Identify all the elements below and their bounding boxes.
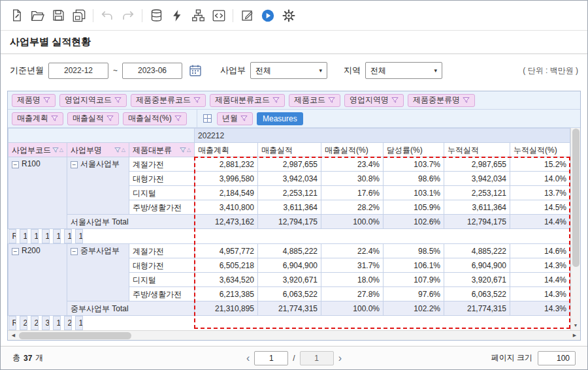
row-label-cell: R100 Total (8, 229, 16, 243)
value-cell: 18.0% (321, 273, 384, 287)
field-chip[interactable]: 제품중분류명 (408, 94, 475, 107)
vertical-scrollbar-thumb[interactable] (572, 129, 580, 267)
filter-icon (391, 97, 399, 104)
value-cell: 21,774,315 (31, 316, 39, 330)
code-icon[interactable] (208, 5, 229, 26)
collapse-icon[interactable]: − (12, 161, 19, 168)
field-chip[interactable]: 제품코드 (289, 94, 340, 107)
row-label-cell: 계절가전 (129, 157, 195, 172)
horizontal-scrollbar[interactable]: ◀ ▶ (8, 330, 580, 340)
page-size-control: 페이지 크기 (491, 351, 576, 365)
redo-icon[interactable] (118, 5, 139, 26)
filter-icon (463, 97, 470, 104)
prev-page-button[interactable]: ‹ (246, 353, 250, 363)
value-column-header[interactable]: 누적실적(%) (510, 143, 570, 157)
row-label-cell: 주방/생활가전 (129, 200, 195, 215)
collapse-icon[interactable]: − (71, 161, 78, 168)
field-chip[interactable]: 매출실적 (67, 112, 119, 125)
field-chip[interactable]: 영업지역코드 (59, 94, 127, 107)
value-cell: 102.6% (53, 229, 61, 243)
scroll-down-icon[interactable]: ▼ (574, 320, 578, 330)
field-chip[interactable]: 제품중분류코드 (131, 94, 206, 107)
value-cell: 6,904,900 (444, 258, 510, 273)
chevron-down-icon: ▾ (319, 67, 322, 74)
table-row: −R200−중부사업부계절가전4,957,7724,885,22222.4%98… (8, 244, 570, 258)
value-cell: 14.3% (510, 258, 570, 273)
save-all-icon[interactable] (69, 5, 90, 26)
period-row: 202212 (8, 129, 570, 143)
footer-bar: 총 37 개 ‹ / 1 › 페이지 크기 (1, 346, 587, 369)
undo-icon[interactable] (97, 5, 118, 26)
collapse-icon[interactable]: − (12, 248, 19, 255)
current-page-input[interactable] (254, 351, 288, 365)
next-page-button[interactable]: › (338, 353, 342, 363)
period-separator: ~ (113, 66, 118, 75)
value-cell: 103.1% (384, 186, 444, 200)
field-chip[interactable]: 영업지역명 (344, 94, 404, 107)
collapse-icon[interactable]: − (71, 248, 78, 255)
layout-grid-icon[interactable] (201, 113, 213, 125)
value-cell: 21,774,315 (64, 316, 72, 330)
save-icon[interactable] (48, 5, 69, 26)
value-cell: 12,794,175 (64, 229, 72, 243)
field-chip[interactable]: 제품명 (12, 94, 56, 107)
row-field-header[interactable]: △제품대분류 (129, 143, 195, 157)
value-column-header[interactable]: 누적실적 (444, 143, 510, 157)
table-row: −R100−서울사업부계절가전2,881,2322,987,65523.4%10… (8, 157, 570, 172)
total-prefix: 총 (12, 352, 20, 363)
pivot-table-body: −R100−서울사업부계절가전2,881,2322,987,65523.4%10… (8, 157, 570, 331)
scroll-right-icon[interactable]: ▶ (570, 333, 579, 338)
execute-icon[interactable] (167, 5, 188, 26)
value-cell: 105.9% (384, 200, 444, 215)
column-field-chip[interactable]: 년월 (217, 112, 253, 125)
value-cell: 12,794,175 (444, 215, 510, 229)
calendar-icon[interactable] (187, 62, 204, 79)
value-column-header[interactable]: 매출실적(%) (321, 143, 384, 157)
value-cell: 4,957,772 (195, 244, 258, 258)
field-chip-label: 매출실적(%) (128, 113, 172, 124)
division-select[interactable]: 전체 ▾ (250, 62, 327, 79)
scroll-left-icon[interactable]: ◀ (9, 333, 18, 338)
region-select[interactable]: 전체 ▾ (365, 62, 442, 79)
division-select-value: 전체 (255, 65, 271, 76)
filter-icon (193, 97, 201, 104)
measure-chips: 매출계획매출실적매출실적(%) (12, 110, 197, 127)
toolbar-separator (233, 9, 233, 22)
period-from-input[interactable] (48, 63, 108, 79)
settings-icon[interactable] (278, 5, 299, 26)
run-icon[interactable] (257, 5, 278, 26)
toolbar-separator (93, 9, 93, 22)
row-label-cell: 대형가전 (129, 258, 195, 273)
horizontal-scrollbar-thumb[interactable] (19, 332, 131, 339)
value-column-header[interactable]: 매출실적 (258, 143, 321, 157)
grid-body: 202212 △사업부코드△사업부명△제품대분류매출계획매출실적매출실적(%)달… (8, 128, 580, 330)
database-icon[interactable] (146, 5, 167, 26)
value-cell: 12,794,175 (31, 229, 39, 243)
page-size-input[interactable] (538, 351, 576, 365)
value-cell: 100.0% (321, 215, 384, 229)
edit-icon[interactable] (237, 5, 257, 26)
field-chip[interactable]: 매출실적(%) (123, 112, 187, 125)
page-size-label: 페이지 크기 (491, 352, 532, 363)
value-cell: 6,904,900 (258, 258, 321, 273)
vertical-scrollbar[interactable]: ▼ (570, 128, 580, 330)
row-field-header[interactable]: △사업부코드 (8, 143, 67, 157)
open-folder-icon[interactable] (27, 5, 48, 26)
new-document-icon[interactable] (6, 5, 27, 26)
value-cell: 14.3% (510, 301, 570, 316)
filter-icon (240, 115, 248, 122)
value-cell: 13.7% (510, 186, 570, 200)
sitemap-icon[interactable] (188, 5, 208, 26)
field-chip[interactable]: 제품대분류코드 (210, 94, 285, 107)
value-column-header[interactable]: 달성률(%) (384, 143, 444, 157)
app-window: 사업부별 실적현황 기준년월 ~ 사업부 전체 ▾ 지역 전체 ▾ ( 단위 :… (0, 0, 588, 370)
period-header-cell: 202212 (195, 129, 570, 143)
row-field-header[interactable]: △사업부명 (67, 143, 129, 157)
value-column-header[interactable]: 매출계획 (195, 143, 258, 157)
field-chip[interactable]: 매출계획 (12, 112, 63, 125)
header-row: △사업부코드△사업부명△제품대분류매출계획매출실적매출실적(%)달성률(%)누적… (8, 143, 570, 157)
value-cell: 3,611,364 (258, 200, 321, 215)
measures-badge[interactable]: Measures (257, 112, 303, 125)
filter-icon (43, 97, 50, 104)
period-to-input[interactable] (122, 63, 182, 79)
